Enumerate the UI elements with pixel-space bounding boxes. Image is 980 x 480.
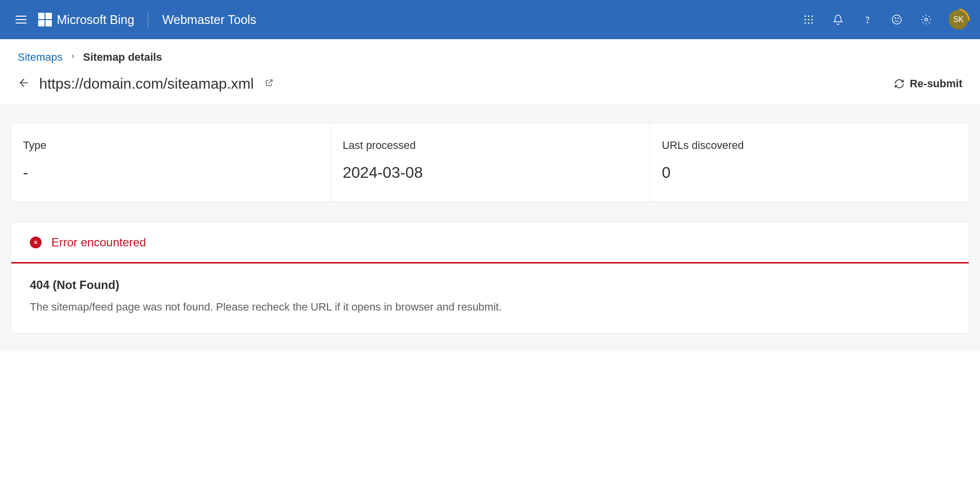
feedback-icon[interactable] bbox=[890, 13, 904, 26]
svg-point-0 bbox=[804, 15, 806, 17]
svg-point-11 bbox=[895, 18, 896, 19]
resubmit-button[interactable]: Re-submit bbox=[894, 77, 962, 90]
chevron-right-icon bbox=[70, 53, 76, 62]
svg-point-7 bbox=[808, 22, 809, 24]
stat-label: URLs discovered bbox=[662, 139, 957, 152]
stat-urls-discovered: URLs discovered 0 bbox=[650, 123, 969, 201]
error-description: The sitemap/feed page was not found. Ple… bbox=[30, 301, 950, 313]
error-icon bbox=[30, 237, 42, 248]
breadcrumb-parent-link[interactable]: Sitemaps bbox=[18, 51, 63, 64]
stat-value: 2024-03-08 bbox=[343, 164, 638, 182]
svg-point-10 bbox=[892, 15, 901, 24]
stats-row: Type - Last processed 2024-03-08 URLs di… bbox=[11, 123, 969, 202]
stat-last-processed: Last processed 2024-03-08 bbox=[330, 123, 650, 201]
svg-point-4 bbox=[808, 19, 809, 20]
divider bbox=[148, 12, 148, 27]
brand-name: Microsoft Bing bbox=[57, 13, 134, 27]
header-actions: SK bbox=[802, 10, 968, 29]
error-code: 404 (Not Found) bbox=[30, 278, 950, 292]
error-panel: Error encountered 404 (Not Found) The si… bbox=[11, 222, 969, 334]
error-body: 404 (Not Found) The sitemap/feed page wa… bbox=[11, 264, 969, 333]
settings-icon[interactable] bbox=[919, 13, 933, 26]
stat-label: Type bbox=[23, 139, 319, 152]
stat-type: Type - bbox=[11, 123, 330, 201]
stat-value: - bbox=[23, 164, 319, 182]
breadcrumb: Sitemaps Sitemap details bbox=[0, 39, 980, 72]
app-header: Microsoft Bing Webmaster Tools bbox=[0, 0, 980, 39]
stat-value: 0 bbox=[662, 164, 957, 182]
avatar-initials: SK bbox=[953, 15, 963, 24]
breadcrumb-current: Sitemap details bbox=[83, 51, 162, 64]
svg-point-3 bbox=[804, 19, 806, 20]
resubmit-label: Re-submit bbox=[910, 77, 962, 90]
page-title: https://domain.com/siteamap.xml bbox=[39, 75, 254, 92]
user-avatar[interactable]: SK bbox=[949, 10, 968, 29]
page-title-row: https://domain.com/siteamap.xml Re-submi… bbox=[0, 72, 980, 105]
content-area: Type - Last processed 2024-03-08 URLs di… bbox=[0, 105, 980, 351]
refresh-icon bbox=[894, 78, 905, 89]
error-header: Error encountered bbox=[11, 223, 969, 264]
svg-point-8 bbox=[811, 22, 813, 24]
svg-point-9 bbox=[867, 22, 867, 23]
svg-point-6 bbox=[804, 22, 806, 24]
svg-point-2 bbox=[811, 15, 813, 17]
hamburger-menu-icon[interactable] bbox=[12, 12, 30, 27]
brand-section[interactable]: Microsoft Bing Webmaster Tools bbox=[38, 12, 257, 27]
error-title: Error encountered bbox=[51, 236, 146, 249]
svg-point-5 bbox=[811, 19, 813, 20]
stat-label: Last processed bbox=[343, 139, 638, 152]
back-arrow-icon[interactable] bbox=[18, 76, 30, 91]
svg-point-1 bbox=[808, 15, 809, 17]
notifications-icon[interactable] bbox=[831, 13, 845, 26]
apps-icon[interactable] bbox=[802, 13, 816, 26]
external-link-icon[interactable] bbox=[265, 78, 274, 89]
svg-point-12 bbox=[898, 18, 898, 19]
microsoft-logo-icon bbox=[38, 13, 52, 26]
help-icon[interactable] bbox=[861, 13, 874, 26]
tool-name: Webmaster Tools bbox=[162, 13, 256, 27]
svg-point-13 bbox=[925, 18, 928, 21]
